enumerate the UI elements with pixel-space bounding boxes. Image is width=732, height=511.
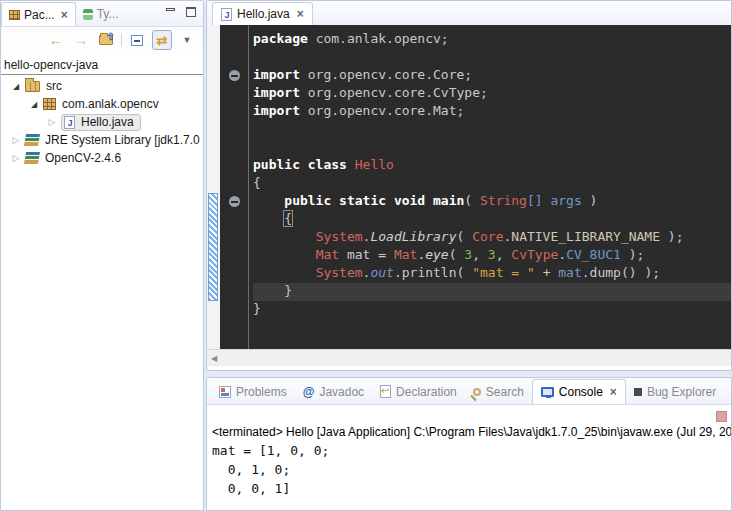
maximize-view-button[interactable] [185, 7, 197, 18]
type-hierarchy-icon [83, 9, 93, 20]
tab-label: Bug Explorer [647, 385, 716, 399]
code-line[interactable]: import org.opencv.core.CvType; [253, 85, 731, 103]
tree-item-opencv-2-4-6[interactable]: ▷OpenCV-2.4.6 [1, 149, 203, 167]
tree-root-project[interactable]: hello-opencv-java [1, 55, 203, 75]
code-line[interactable] [253, 49, 731, 67]
package-icon [43, 98, 56, 110]
tab-label: Search [486, 385, 524, 399]
up-folder-icon [99, 35, 113, 45]
terminate-button[interactable] [716, 411, 727, 422]
range-indicator [208, 193, 218, 301]
code-editor: package com.anlak.opencv;import org.open… [207, 25, 731, 349]
tab-label: Javadoc [319, 385, 364, 399]
collapsed-arrow-icon[interactable]: ▷ [11, 135, 21, 145]
code-line[interactable]: import org.opencv.core.Core; [253, 67, 731, 85]
code-line[interactable]: } [253, 301, 731, 319]
editor-tab-label: Hello.java [237, 7, 290, 21]
java-file-icon [64, 116, 75, 129]
tree-item-com-anlak-opencv[interactable]: ◢com.anlak.opencv [1, 95, 203, 113]
console-toolbar [207, 405, 731, 425]
code-line[interactable] [253, 139, 731, 157]
tree-item-src[interactable]: ◢src [1, 77, 203, 95]
bug-icon [634, 388, 642, 396]
code-line[interactable]: System.out.println( "mat = " + mat.dump(… [253, 265, 731, 283]
tree-item-hello-java[interactable]: ▷Hello.java [1, 113, 203, 131]
code-line[interactable]: Mat mat = Mat.eye( 3, 3, CvType.CV_8UC1 … [253, 247, 731, 265]
editor-horizontal-scrollbar[interactable]: ◀ [207, 349, 731, 366]
package-folder-icon [25, 81, 40, 92]
back-button[interactable]: ← [46, 30, 66, 50]
collapsed-arrow-icon[interactable]: ▷ [47, 117, 57, 127]
code-line[interactable]: package com.anlak.opencv; [253, 31, 731, 49]
fold-gutter[interactable] [220, 25, 249, 349]
expanded-arrow-icon[interactable]: ◢ [11, 82, 21, 91]
fold-minus-icon[interactable] [229, 196, 240, 207]
editor-area: Hello.java × package com.anlak.opencv;im… [206, 0, 732, 371]
console-output-line: 0, 1, 0; [212, 460, 731, 479]
tree-item-label: src [44, 79, 64, 93]
code-line[interactable]: System.LoadLibrary( Core.NATIVE_LIBRARY_… [253, 229, 731, 247]
tab-label: Problems [236, 385, 287, 399]
left-view-tabbar: Pac... × Ty... [1, 1, 203, 27]
back-arrow-icon: ← [49, 32, 63, 48]
problems-icon [219, 386, 231, 398]
close-icon[interactable]: × [59, 8, 68, 22]
scroll-left-icon[interactable]: ◀ [211, 354, 217, 363]
forward-button[interactable]: → [71, 30, 91, 50]
tab-problems[interactable]: Problems [211, 379, 295, 404]
link-with-editor-icon: ⇄ [157, 33, 168, 48]
tab-declaration[interactable]: Declaration [372, 379, 465, 404]
tab-javadoc[interactable]: Javadoc [295, 379, 372, 404]
tab-console[interactable]: Console× [532, 379, 626, 404]
annotation-ruler[interactable] [207, 25, 220, 349]
view-menu-button[interactable]: ▼ [177, 30, 197, 50]
selected-item: Hello.java [61, 114, 141, 131]
minimize-view-button[interactable] [165, 7, 177, 18]
close-icon[interactable]: × [295, 7, 304, 21]
close-icon[interactable]: × [608, 385, 617, 399]
tab-label: Pac... [24, 8, 55, 22]
code-line[interactable]: public static void main( String[] args ) [253, 193, 731, 211]
tab-label: Console [559, 385, 603, 399]
project-tree: ◢src◢com.anlak.opencv▷Hello.java▷JRE Sys… [1, 77, 203, 167]
link-with-editor-button[interactable]: ⇄ [152, 30, 172, 50]
collapse-all-icon [131, 35, 143, 46]
package-explorer-icon [9, 10, 20, 20]
tree-item-label: JRE System Library [jdk1.7.0 [43, 133, 202, 147]
collapsed-arrow-icon[interactable]: ▷ [11, 153, 21, 163]
tab-search[interactable]: Search [465, 379, 532, 404]
fold-minus-icon[interactable] [229, 70, 240, 81]
code-line[interactable]: public class Hello [253, 157, 731, 175]
go-up-button[interactable] [96, 30, 116, 50]
tree-item-jre-system-library-jdk1-7-0[interactable]: ▷JRE System Library [jdk1.7.0 [1, 131, 203, 149]
forward-arrow-icon: → [74, 32, 88, 48]
java-file-icon [221, 8, 232, 21]
tab-label: Ty... [97, 7, 119, 21]
package-explorer-view: Pac... × Ty... ← → ⇄ ▼ hello-opencv-java… [0, 0, 204, 511]
minimize-icon [166, 8, 175, 11]
package-explorer-toolbar: ← → ⇄ ▼ [1, 27, 203, 53]
expanded-arrow-icon[interactable]: ◢ [29, 100, 39, 109]
code-line[interactable]: { [253, 175, 731, 193]
console-process-header: <terminated> Hello [Java Application] C:… [207, 425, 731, 441]
tree-item-label: com.anlak.opencv [60, 97, 161, 111]
search-icon [473, 388, 481, 396]
library-icon [24, 134, 40, 146]
tab-package-explorer[interactable]: Pac... × [1, 2, 76, 26]
code-line[interactable]: import org.opencv.core.Mat; [253, 103, 731, 121]
code-line[interactable]: { [253, 211, 731, 229]
tab-type-hierarchy[interactable]: Ty... [76, 2, 126, 26]
tree-item-label: OpenCV-2.4.6 [43, 151, 123, 165]
code-area[interactable]: package com.anlak.opencv;import org.open… [249, 25, 731, 349]
javadoc-icon [303, 385, 315, 399]
tab-hello-java[interactable]: Hello.java × [212, 2, 313, 25]
tab-bug[interactable]: Bug [724, 379, 732, 404]
tab-bug-explorer[interactable]: Bug Explorer [626, 379, 724, 404]
declaration-icon [380, 385, 391, 398]
console-view: ProblemsJavadocDeclarationSearchConsole×… [206, 377, 732, 511]
collapse-all-button[interactable] [127, 30, 147, 50]
code-line[interactable]: } [253, 283, 731, 301]
console-output[interactable]: mat = [1, 0, 0; 0, 1, 0; 0, 0, 1] [207, 441, 731, 498]
editor-tabbar: Hello.java × [207, 1, 731, 25]
code-line[interactable] [253, 121, 731, 139]
